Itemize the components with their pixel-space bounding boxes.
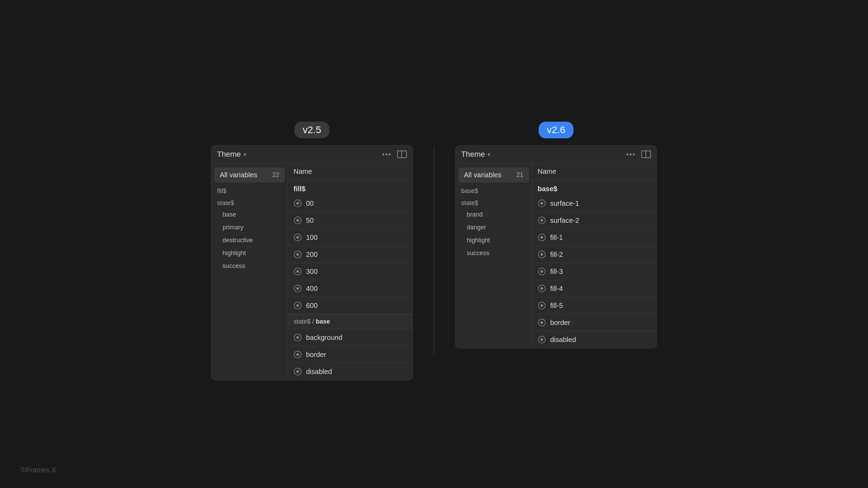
left-panel-wrapper: v2.5 Theme ▾ ••• All variables bbox=[211, 122, 413, 380]
right-var-name-fill-5: fill-5 bbox=[550, 302, 563, 310]
left-var-name-50: 50 bbox=[306, 217, 314, 225]
right-panel: Theme ▾ ••• All variables 21 base$ st bbox=[455, 145, 657, 348]
left-var-100[interactable]: 100 bbox=[288, 229, 412, 246]
left-var-name-00: 00 bbox=[306, 200, 314, 208]
right-var-icon-fill-2 bbox=[538, 250, 546, 259]
left-var-name-border: border bbox=[306, 351, 326, 359]
version-badge-left: v2.5 bbox=[295, 122, 330, 138]
left-var-400[interactable]: 400 bbox=[288, 280, 412, 297]
left-sidebar-item-success[interactable]: success bbox=[211, 260, 288, 273]
right-sidebar-item-brand[interactable]: brand bbox=[456, 208, 532, 221]
right-content-header: Name bbox=[532, 163, 657, 180]
left-var-name-100: 100 bbox=[306, 234, 318, 242]
right-all-variables-label: All variables bbox=[464, 171, 501, 179]
svg-point-9 bbox=[297, 270, 299, 273]
svg-point-27 bbox=[541, 253, 543, 255]
right-var-border[interactable]: border bbox=[532, 314, 657, 331]
svg-point-13 bbox=[297, 304, 299, 307]
right-var-fill-3[interactable]: fill-3 bbox=[532, 263, 657, 280]
right-var-icon-border bbox=[538, 318, 546, 327]
svg-point-19 bbox=[297, 371, 299, 373]
right-group2-label: state$ bbox=[456, 196, 532, 208]
left-var-name-600: 600 bbox=[306, 302, 318, 310]
left-sidebar-item-primary[interactable]: primary bbox=[211, 221, 288, 234]
svg-point-15 bbox=[297, 336, 299, 339]
svg-point-35 bbox=[541, 322, 543, 324]
left-all-variables-count: 22 bbox=[272, 171, 279, 179]
left-sidebar-item-highlight[interactable]: highlight bbox=[211, 247, 288, 260]
svg-point-33 bbox=[541, 304, 543, 307]
left-var-200[interactable]: 200 bbox=[288, 246, 412, 263]
right-var-name-fill-2: fill-2 bbox=[550, 251, 563, 259]
left-var-name-background: background bbox=[306, 334, 343, 342]
right-var-name-disabled: disabled bbox=[550, 336, 576, 344]
right-panel-wrapper: v2.6 Theme ▾ ••• All variables bbox=[455, 122, 657, 348]
left-sidebar: All variables 22 fill$ state$ base prima… bbox=[211, 163, 288, 380]
right-all-variables-count: 21 bbox=[516, 171, 523, 179]
right-var-name-surface-1: surface-1 bbox=[550, 200, 579, 208]
right-sidebar-item-highlight[interactable]: highlight bbox=[456, 234, 532, 247]
right-sidebar-item-success[interactable]: success bbox=[456, 247, 532, 260]
right-var-icon-surface-1 bbox=[538, 199, 546, 208]
left-var-icon-background bbox=[294, 333, 302, 342]
right-var-icon-disabled bbox=[538, 335, 546, 344]
right-var-name-surface-2: surface-2 bbox=[550, 217, 579, 225]
right-all-variables[interactable]: All variables 21 bbox=[458, 168, 529, 182]
right-var-name-fill-1: fill-1 bbox=[550, 234, 563, 242]
left-layout-icon[interactable] bbox=[397, 151, 407, 158]
right-var-fill-5[interactable]: fill-5 bbox=[532, 297, 657, 314]
right-var-icon-fill-3 bbox=[538, 267, 546, 276]
right-chevron-icon[interactable]: ▾ bbox=[488, 151, 490, 158]
left-header-left: Theme ▾ bbox=[217, 150, 246, 159]
right-panel-header: Theme ▾ ••• bbox=[456, 146, 657, 163]
right-sidebar-item-danger[interactable]: danger bbox=[456, 221, 532, 234]
left-var-background[interactable]: background bbox=[288, 329, 412, 346]
left-var-00[interactable]: 00 bbox=[288, 195, 412, 212]
right-var-name-border: border bbox=[550, 319, 570, 327]
right-content-area: Name base$ surface-1 surface- bbox=[532, 163, 657, 348]
left-var-icon-border bbox=[294, 350, 302, 359]
left-var-name-300: 300 bbox=[306, 268, 318, 276]
left-panel-header: Theme ▾ ••• bbox=[211, 146, 412, 163]
svg-point-37 bbox=[541, 339, 543, 341]
svg-point-3 bbox=[297, 219, 299, 221]
left-var-disabled[interactable]: disabled bbox=[288, 363, 412, 380]
left-name-header: Name bbox=[294, 168, 312, 175]
left-var-border[interactable]: border bbox=[288, 346, 412, 363]
left-var-name-disabled: disabled bbox=[306, 368, 332, 376]
right-var-fill-2[interactable]: fill-2 bbox=[532, 246, 657, 263]
right-dots-menu[interactable]: ••• bbox=[626, 151, 636, 158]
left-var-300[interactable]: 300 bbox=[288, 263, 412, 280]
left-var-icon-600 bbox=[294, 301, 302, 310]
left-content-header: Name bbox=[288, 163, 412, 180]
center-divider bbox=[434, 147, 434, 355]
left-var-name-400: 400 bbox=[306, 285, 318, 293]
right-var-icon-fill-4 bbox=[538, 284, 546, 293]
left-all-variables[interactable]: All variables 22 bbox=[214, 168, 285, 182]
right-var-fill-4[interactable]: fill-4 bbox=[532, 280, 657, 297]
left-subgroup-header: state$ / base bbox=[288, 314, 412, 329]
left-sidebar-item-destructive[interactable]: destructive bbox=[211, 234, 288, 247]
version-badge-right: v2.6 bbox=[539, 122, 574, 138]
right-var-fill-1[interactable]: fill-1 bbox=[532, 229, 657, 246]
left-var-icon-300 bbox=[294, 267, 302, 276]
left-var-600[interactable]: 600 bbox=[288, 297, 412, 314]
right-var-icon-fill-5 bbox=[538, 301, 546, 310]
svg-point-1 bbox=[297, 202, 299, 204]
right-panel-title: Theme bbox=[461, 150, 485, 159]
svg-point-11 bbox=[297, 287, 299, 290]
right-var-name-fill-4: fill-4 bbox=[550, 285, 563, 293]
left-dots-menu[interactable]: ••• bbox=[382, 151, 392, 158]
right-var-disabled[interactable]: disabled bbox=[532, 331, 657, 348]
left-all-variables-label: All variables bbox=[220, 171, 257, 179]
right-header-left: Theme ▾ bbox=[461, 150, 490, 159]
left-chevron-icon[interactable]: ▾ bbox=[243, 151, 246, 158]
left-var-50[interactable]: 50 bbox=[288, 212, 412, 229]
right-layout-icon[interactable] bbox=[641, 151, 651, 158]
right-var-surface-1[interactable]: surface-1 bbox=[532, 195, 657, 212]
right-var-surface-2[interactable]: surface-2 bbox=[532, 212, 657, 229]
svg-point-31 bbox=[541, 287, 543, 290]
right-var-name-fill-3: fill-3 bbox=[550, 268, 563, 276]
right-sidebar: All variables 21 base$ state$ brand dang… bbox=[456, 163, 532, 348]
left-sidebar-item-base[interactable]: base bbox=[211, 208, 288, 221]
